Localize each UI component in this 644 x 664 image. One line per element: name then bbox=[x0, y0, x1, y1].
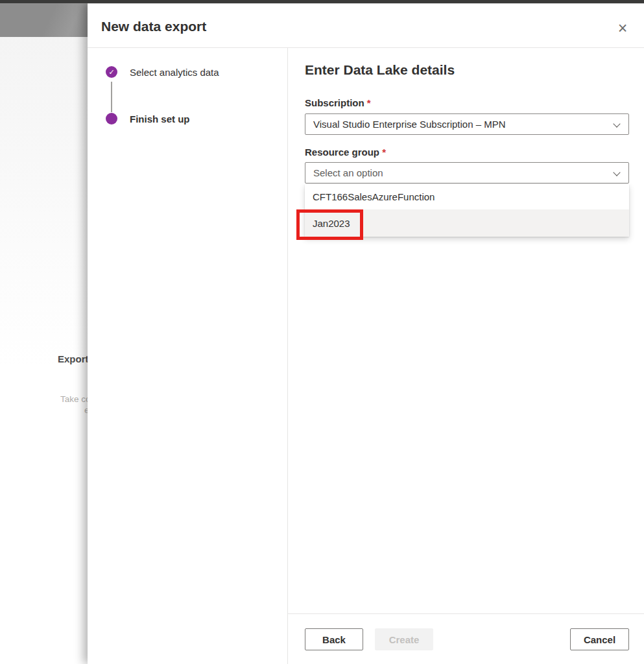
close-icon[interactable]: × bbox=[613, 18, 632, 38]
resource-group-label-text: Resource group bbox=[305, 147, 379, 158]
wizard-step-finish-set-up[interactable]: Finish set up bbox=[106, 113, 190, 124]
background-page-header-band bbox=[0, 3, 88, 37]
resource-group-dropdown-placeholder: Select an option bbox=[313, 167, 383, 178]
wizard-panel-divider bbox=[287, 48, 288, 664]
wizard-step-label: Finish set up bbox=[130, 113, 190, 124]
resource-group-label: Resource group * bbox=[305, 147, 386, 158]
system-top-bar bbox=[0, 0, 644, 3]
option-cft166salesazurefunction[interactable]: CFT166SalesAzureFunction bbox=[305, 184, 629, 209]
cancel-button[interactable]: Cancel bbox=[570, 628, 629, 650]
background-text-fragment-take-control: Take co bbox=[60, 394, 91, 404]
new-data-export-dialog: New data export × ✓ Select analytics dat… bbox=[88, 3, 644, 664]
subscription-label: Subscription * bbox=[305, 97, 371, 108]
back-button[interactable]: Back bbox=[305, 628, 363, 650]
resource-group-dropdown[interactable]: Select an option bbox=[305, 162, 629, 184]
resource-group-options-listbox: CFT166SalesAzureFunction Jan2023 bbox=[305, 184, 629, 237]
screen: tally every 24 hours. Export Take co e N… bbox=[0, 0, 644, 664]
footer-divider bbox=[287, 613, 644, 614]
step-current-dot-icon bbox=[106, 113, 117, 124]
required-asterisk: * bbox=[367, 97, 371, 108]
chevron-down-icon bbox=[613, 120, 620, 127]
background-page: tally every 24 hours. Export Take co e bbox=[0, 3, 88, 664]
dialog-title: New data export bbox=[101, 19, 206, 34]
create-button-disabled[interactable]: Create bbox=[375, 628, 433, 650]
subscription-dropdown[interactable]: Visual Studio Enterprise Subscription – … bbox=[305, 113, 629, 135]
chevron-down-icon bbox=[613, 169, 620, 176]
subscription-dropdown-value: Visual Studio Enterprise Subscription – … bbox=[313, 119, 506, 130]
background-text-fragment-export-heading: Export bbox=[58, 353, 89, 364]
step-complete-check-icon: ✓ bbox=[106, 66, 117, 78]
required-asterisk: * bbox=[382, 147, 386, 158]
step-connector-line bbox=[111, 82, 112, 112]
option-jan2023[interactable]: Jan2023 bbox=[305, 209, 629, 237]
subscription-label-text: Subscription bbox=[305, 97, 364, 108]
header-divider bbox=[88, 47, 644, 48]
wizard-step-select-analytics-data[interactable]: ✓ Select analytics data bbox=[106, 66, 219, 78]
panel-heading: Enter Data Lake details bbox=[305, 62, 455, 78]
wizard-step-label: Select analytics data bbox=[130, 67, 219, 78]
